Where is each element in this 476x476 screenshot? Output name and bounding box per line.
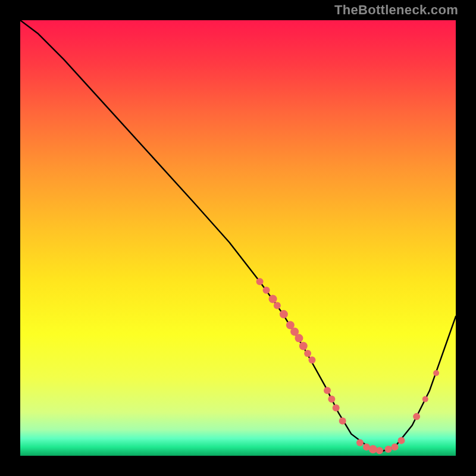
data-marker xyxy=(369,445,377,453)
data-marker xyxy=(422,396,428,402)
data-marker xyxy=(274,302,281,309)
data-marker xyxy=(339,417,346,424)
data-marker xyxy=(263,287,270,294)
data-marker xyxy=(299,342,308,350)
data-marker xyxy=(356,439,364,446)
chart-container: TheBottleneck.com xyxy=(0,0,476,476)
data-marker xyxy=(385,446,392,453)
watermark-text: TheBottleneck.com xyxy=(334,2,458,18)
data-marker xyxy=(256,278,264,285)
data-marker xyxy=(433,370,439,376)
data-marker xyxy=(295,334,303,342)
curve-layer xyxy=(20,20,456,456)
plot-area xyxy=(20,20,456,456)
data-marker xyxy=(392,443,399,450)
data-marker xyxy=(328,396,335,403)
data-marker xyxy=(376,447,383,454)
data-marker xyxy=(398,437,405,444)
bottleneck-curve xyxy=(20,20,456,452)
data-marker xyxy=(269,295,277,303)
data-marker xyxy=(280,310,288,318)
data-marker xyxy=(304,350,311,357)
data-marker xyxy=(324,387,331,394)
data-marker xyxy=(333,404,340,411)
data-marker xyxy=(413,413,420,420)
data-marker xyxy=(308,356,315,364)
